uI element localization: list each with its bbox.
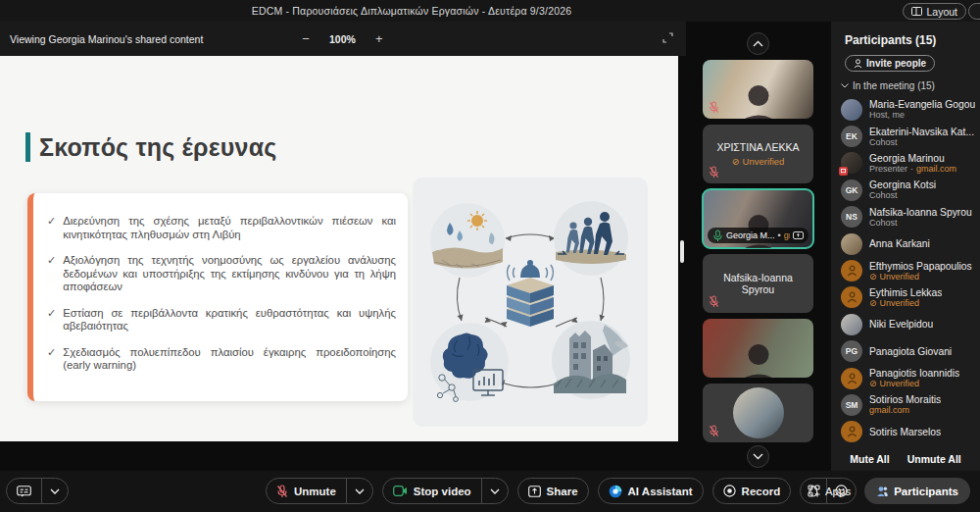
bullet-text: Εστίαση σε περιβάλλοντα κρατικής ευθραστ… [63,307,396,333]
participant-role: Cohost [869,137,974,147]
slide-bullet: ✓Διερεύνηση της σχέσης μεταξύ περιβαλλον… [47,215,396,241]
audio-options-button[interactable] [347,479,372,503]
record-control: Record [712,478,792,504]
captions-options-button[interactable] [42,479,68,503]
ai-assistant-control: AI Assistant [598,478,704,504]
participant-row[interactable]: Anna Karkani [841,230,976,257]
participant-name: Georgia Marinou [869,153,956,164]
video-tile[interactable] [703,60,813,119]
participant-status: ⊘Unverified [869,379,959,388]
person-icon [847,265,858,277]
tile-muted-mic [709,425,719,437]
ai-assistant-button[interactable]: AI Assistant [599,479,703,503]
participant-avatar: NS [841,206,862,228]
invite-people-button[interactable]: Invite people [845,55,935,72]
participant-row[interactable]: GKGeorgina KotsiCohost [841,177,976,203]
meeting-title: EDCM - Παρουσιάσεις Διπλωματικών Εργασιώ… [252,5,572,17]
record-icon [723,485,736,497]
video-options-button[interactable] [482,479,508,503]
participant-avatar [841,368,862,389]
chevron-down-icon [490,488,500,494]
participant-row[interactable]: EKEkaterini-Navsika Kat...Cohost [841,123,976,149]
video-tile[interactable] [703,384,813,442]
participant-info: Niki Evelpidou [869,319,933,330]
unverified-icon: ⊘ [869,272,877,282]
bullet-text: Σχεδιασμός πολυεπίπεδου πλαισίου έγκαιρη… [63,346,396,373]
slide-bullet-card: ✓Διερεύνηση της σχέσης μεταξύ περιβαλλον… [27,193,408,401]
slide-title-accent-bar [25,132,30,162]
participant-role: Cohost [869,218,972,228]
participant-name: Panagiotis Ioannidis [869,368,959,379]
participant-info: Sotirios Moraitisgmail.com [869,394,941,415]
apps-button[interactable]: Apps [808,485,851,497]
closed-captions-icon [17,486,31,497]
participants-panel-title: Participants (15) [845,33,936,47]
unmute-button[interactable]: Unmute [267,479,346,503]
participant-name: Panagiota Giovani [869,346,952,357]
ai-brain-analysis-icon [430,323,509,401]
video-tile[interactable]: Nafsika-Ioanna Spyrou [703,254,813,313]
participant-row[interactable]: Maria-Evangelia GogouHost, me [841,96,976,123]
participant-row[interactable]: Eythimis Lekkas⊘Unverified [841,284,976,311]
tile-participant-name: Nafsika-Ioanna Spyrou [703,272,813,295]
tile-avatar [733,387,784,438]
participant-avatar: EK [841,126,862,147]
tile-participant-name: Georgia M... [726,230,775,240]
participant-name: Ekaterini-Navsika Kat... [869,127,974,137]
video-tile[interactable]: ΧΡΙΣΤΙΝΑ ΛΕΚΚΑ⊘Unverified [703,125,813,183]
participant-row[interactable]: Niki Evelpidou [841,311,976,337]
share-screen-icon [528,486,541,497]
meeting-controls-toolbar: Unmute Stop video [0,471,980,512]
participant-name: Efthymios Papapoulios [869,261,972,272]
video-tile[interactable]: Georgia M...•gmail.com [703,189,813,248]
captions-button[interactable] [7,479,41,503]
zoom-controls: − 100% + [299,22,386,56]
stop-video-button[interactable]: Stop video [383,479,481,503]
participant-row[interactable]: PGPanagiota Giovani [841,338,976,365]
viewing-label: Viewing Georgia Marinou's shared content [10,33,203,45]
share-button[interactable]: Share [518,479,588,503]
zoom-out-button[interactable]: − [299,31,313,46]
participant-row[interactable]: NSNafsika-Ioanna SpyrouCohost [841,204,976,230]
edge-partial-button[interactable] [968,3,980,20]
scroll-indicator[interactable] [680,240,684,263]
participant-row[interactable]: Panagiotis Ioannidis⊘Unverified [841,365,976,391]
bullet-text: Διερεύνηση της σχέσης μεταξύ περιβαλλοντ… [63,215,396,241]
in-meeting-section-header[interactable]: In the meeting (15) [841,80,935,91]
participant-row[interactable]: SMSotirios Moraitisgmail.com [841,391,976,418]
tile-participant-name: ΧΡΙΣΤΙΝΑ ΛΕΚΚΑ [712,141,803,153]
mute-all-button[interactable]: Mute All [850,453,889,465]
participant-name: Eythimis Lekkas [869,287,942,298]
participant-row[interactable]: Georgia MarinouPresenter·gmail.com [841,150,976,177]
expand-icon[interactable] [662,31,674,44]
layout-button[interactable]: Layout [903,3,966,20]
filmstrip-scroll-down-button[interactable] [747,445,769,468]
checkmark-icon: ✓ [47,346,56,373]
unmute-control: Unmute [266,478,373,504]
video-tile[interactable] [703,319,813,378]
record-button[interactable]: Record [713,479,791,503]
zoom-in-button[interactable]: + [372,31,386,46]
participant-row[interactable]: Sotiris Marselos [841,419,976,445]
unverified-icon: ⊘ [869,379,877,388]
participant-info: Nafsika-Ioanna SpyrouCohost [869,207,972,228]
participants-toggle-button[interactable]: Participants [864,478,970,504]
mic-icon [712,230,723,242]
layout-icon [911,7,922,16]
participant-name: Nafsika-Ioanna Spyrou [869,207,972,218]
panel-footer: Mute All Unmute All [831,449,980,465]
participant-name: Maria-Evangelia Gogou [869,99,975,110]
muted-mic-icon [709,166,719,179]
participant-name: Sotirios Moraitis [869,394,941,405]
participant-info: Panagiotis Ioannidis⊘Unverified [869,368,959,388]
participant-avatar: PG [841,340,862,362]
filmstrip-scroll-up-button[interactable] [747,32,769,55]
participant-name: Georgina Kotsi [869,179,936,190]
unmute-all-button[interactable]: Unmute All [907,453,961,465]
participant-avatar [841,314,862,335]
unverified-badge: ⊘Unverified [732,156,785,167]
slide-bullet: ✓Αξιολόγηση της τεχνητής νοημοσύνης ως ε… [47,254,396,294]
bullet-text: Αξιολόγηση της τεχνητής νοημοσύνης ως ερ… [63,254,396,294]
participant-row[interactable]: Efthymios Papapoulios⊘Unverified [841,257,976,283]
tile-muted-mic [709,295,719,308]
